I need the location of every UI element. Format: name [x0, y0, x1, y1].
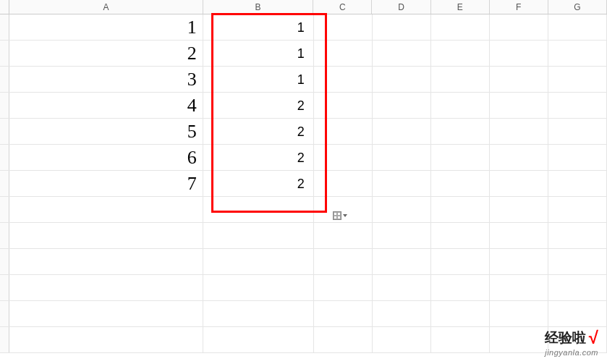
- row-header[interactable]: [0, 275, 9, 300]
- cell-d4[interactable]: [373, 93, 431, 118]
- col-header-d[interactable]: D: [372, 0, 430, 14]
- row-header[interactable]: [0, 119, 9, 144]
- cell-d2[interactable]: [373, 41, 431, 66]
- autofill-options-button[interactable]: [333, 210, 347, 221]
- cell[interactable]: [314, 327, 373, 352]
- cell[interactable]: [203, 275, 314, 300]
- corner-cell[interactable]: [0, 0, 9, 14]
- row-header[interactable]: [0, 93, 9, 118]
- cell[interactable]: [373, 197, 431, 222]
- cell-c5[interactable]: [314, 119, 373, 144]
- col-header-b[interactable]: B: [203, 0, 314, 14]
- cell[interactable]: [373, 301, 431, 326]
- cell[interactable]: [548, 223, 607, 248]
- cell[interactable]: [203, 301, 314, 326]
- cell-f4[interactable]: [490, 93, 548, 118]
- cell-e4[interactable]: [431, 93, 490, 118]
- cell[interactable]: [490, 197, 548, 222]
- cell-f2[interactable]: [490, 41, 548, 66]
- cell[interactable]: [9, 327, 203, 352]
- cell-g5[interactable]: [548, 119, 607, 144]
- cell-e2[interactable]: [431, 41, 490, 66]
- cell[interactable]: [373, 275, 431, 300]
- cell-f5[interactable]: [490, 119, 548, 144]
- cell-c7[interactable]: [314, 171, 373, 196]
- row-header[interactable]: [0, 301, 9, 326]
- cell-g3[interactable]: [548, 67, 607, 92]
- cell[interactable]: [490, 327, 548, 352]
- row-header[interactable]: [0, 197, 9, 222]
- cell-b1[interactable]: 1: [203, 14, 314, 40]
- cell-d3[interactable]: [373, 67, 431, 92]
- cell[interactable]: [490, 275, 548, 300]
- cell[interactable]: [203, 327, 314, 352]
- row-header[interactable]: [0, 14, 9, 40]
- cell[interactable]: [431, 249, 490, 274]
- cell[interactable]: [373, 249, 431, 274]
- cell[interactable]: [548, 249, 607, 274]
- row-header[interactable]: [0, 41, 9, 66]
- cell[interactable]: [9, 249, 203, 274]
- cell-f7[interactable]: [490, 171, 548, 196]
- cell-g4[interactable]: [548, 93, 607, 118]
- row-header[interactable]: [0, 249, 9, 274]
- cell-a7[interactable]: 7: [9, 171, 203, 196]
- cell-b5[interactable]: 2: [203, 119, 314, 144]
- cell-c3[interactable]: [314, 67, 373, 92]
- cell-a4[interactable]: 4: [9, 93, 203, 118]
- cell-e6[interactable]: [431, 145, 490, 170]
- cell[interactable]: [548, 275, 607, 300]
- cell-c4[interactable]: [314, 93, 373, 118]
- cell[interactable]: [548, 197, 607, 222]
- row-header[interactable]: [0, 67, 9, 92]
- cell-b6[interactable]: 2: [203, 145, 314, 170]
- col-header-e[interactable]: E: [431, 0, 490, 14]
- cell-g6[interactable]: [548, 145, 607, 170]
- cell-c6[interactable]: [314, 145, 373, 170]
- cell[interactable]: [9, 197, 203, 222]
- cell[interactable]: [431, 223, 490, 248]
- cell-a2[interactable]: 2: [9, 41, 203, 66]
- cell[interactable]: [9, 223, 203, 248]
- col-header-f[interactable]: F: [490, 0, 548, 14]
- cell[interactable]: [490, 249, 548, 274]
- row-header[interactable]: [0, 171, 9, 196]
- cell[interactable]: [314, 301, 373, 326]
- cell-c2[interactable]: [314, 41, 373, 66]
- cell[interactable]: [373, 223, 431, 248]
- cell-d6[interactable]: [373, 145, 431, 170]
- row-header[interactable]: [0, 327, 9, 352]
- col-header-c[interactable]: C: [313, 0, 372, 14]
- cell-f3[interactable]: [490, 67, 548, 92]
- cell[interactable]: [314, 249, 373, 274]
- cell[interactable]: [314, 275, 373, 300]
- col-header-g[interactable]: G: [548, 0, 607, 14]
- cell[interactable]: [373, 327, 431, 352]
- cell-g7[interactable]: [548, 171, 607, 196]
- cell-b4[interactable]: 2: [203, 93, 314, 118]
- cell-a1[interactable]: 1: [9, 14, 203, 40]
- cell[interactable]: [431, 301, 490, 326]
- row-header[interactable]: [0, 145, 9, 170]
- cell-c1[interactable]: [314, 14, 373, 40]
- cell[interactable]: [9, 301, 203, 326]
- cell[interactable]: [490, 301, 548, 326]
- cell-d1[interactable]: [373, 14, 431, 40]
- cell-e3[interactable]: [431, 67, 490, 92]
- cell-a3[interactable]: 3: [9, 67, 203, 92]
- cell-b7[interactable]: 2: [203, 171, 314, 196]
- cell[interactable]: [431, 197, 490, 222]
- cell-e1[interactable]: [431, 14, 490, 40]
- cell-d7[interactable]: [373, 171, 431, 196]
- cell-g1[interactable]: [548, 14, 607, 40]
- cell[interactable]: [548, 301, 607, 326]
- cell[interactable]: [203, 197, 314, 222]
- cell[interactable]: [431, 327, 490, 352]
- cell[interactable]: [490, 223, 548, 248]
- cell-a6[interactable]: 6: [9, 145, 203, 170]
- cell[interactable]: [9, 275, 203, 300]
- cell[interactable]: [203, 223, 314, 248]
- cell-e7[interactable]: [431, 171, 490, 196]
- cell[interactable]: [314, 223, 373, 248]
- cell-f6[interactable]: [490, 145, 548, 170]
